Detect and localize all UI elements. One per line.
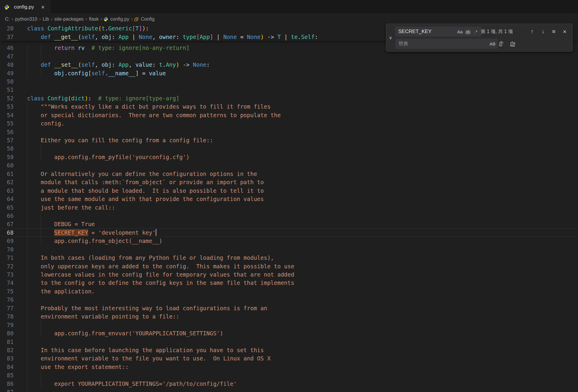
code-line[interactable]: 66 <box>0 212 578 220</box>
line-number: 80 <box>0 330 14 337</box>
code-line[interactable]: 56 <box>0 128 578 136</box>
code-line[interactable]: 59 app.config.from_pyfile('yourconfig.cf… <box>0 153 578 161</box>
editor-code-area[interactable]: 46 return rv # type: ignore[no-any-retur… <box>0 44 578 392</box>
svg-text:c: c <box>500 44 501 46</box>
breadcrumb-item-site-packages[interactable]: site-packages <box>54 17 84 22</box>
code-line[interactable]: 77 Probably the most interesting way to … <box>0 304 578 312</box>
chevron-right-icon: › <box>130 16 134 23</box>
code-line[interactable]: 82 In this case before launching the app… <box>0 346 578 354</box>
code-line[interactable]: 71 In both cases (loading from any Pytho… <box>0 254 578 262</box>
line-number: 77 <box>0 305 14 311</box>
code-line[interactable]: 50 <box>0 77 578 86</box>
code-line[interactable]: 80 app.config.from_envvar('YOURAPPLICATI… <box>0 329 578 337</box>
line-number: 56 <box>0 129 14 135</box>
find-input[interactable] <box>398 28 456 35</box>
code-text: export YOURAPPLICATION_SETTINGS='/path/t… <box>27 380 237 387</box>
code-line[interactable]: 85 <box>0 371 578 379</box>
code-line[interactable]: 73 lowercase values in the config file f… <box>0 270 578 279</box>
breadcrumb-item-lib[interactable]: Lib <box>42 17 49 22</box>
code-text: the application. <box>27 288 95 295</box>
code-line[interactable]: 62 module that calls :meth:`from_object`… <box>0 178 578 186</box>
code-line[interactable]: 78 environment variable pointing to a fi… <box>0 312 578 321</box>
line-number: 84 <box>0 364 14 370</box>
replace-icon: b c <box>498 41 504 47</box>
line-number: 63 <box>0 187 14 194</box>
code-line[interactable]: 84 use the export statement:: <box>0 363 578 371</box>
match-case-toggle[interactable]: Aa <box>456 28 464 35</box>
code-line[interactable]: 87 <box>0 388 578 392</box>
code-line[interactable]: 58 <box>0 144 578 153</box>
python-file-icon <box>4 4 9 10</box>
next-match-button[interactable]: ↓ <box>539 27 548 36</box>
line-number: 78 <box>0 313 14 320</box>
regex-toggle[interactable]: .* <box>472 28 480 35</box>
code-text: def __get__(self, obj: App | None, owner… <box>27 34 318 40</box>
text-cursor <box>156 229 156 236</box>
line-number: 65 <box>0 204 14 211</box>
tab-config-py[interactable]: config.py × <box>0 0 50 14</box>
code-line[interactable]: 86 export YOURAPPLICATION_SETTINGS='/pat… <box>0 380 578 388</box>
indent-guide <box>41 321 41 329</box>
line-number: 62 <box>0 179 14 185</box>
code-line[interactable]: 54 or special dictionaries. There are tw… <box>0 111 578 119</box>
replace-all-button[interactable]: ab ac <box>508 40 517 48</box>
previous-match-button[interactable]: ↑ <box>528 27 537 36</box>
breadcrumb-item-python310[interactable]: python310 <box>14 17 38 22</box>
breadcrumb-item-flask[interactable]: flask <box>88 17 99 22</box>
close-icon[interactable]: × <box>560 27 569 36</box>
indent-guide <box>27 245 27 254</box>
code-line[interactable]: 72 only uppercase keys are added to the … <box>0 262 578 270</box>
close-icon[interactable]: × <box>39 4 46 11</box>
whole-word-toggle[interactable]: ab <box>464 28 472 35</box>
line-number: 85 <box>0 372 14 378</box>
code-line[interactable]: 60 <box>0 161 578 169</box>
indent-guide <box>27 212 27 220</box>
chevron-down-icon: ∨ <box>389 35 392 40</box>
line-number: 20 <box>0 25 14 32</box>
code-line[interactable]: 68 SECRET_KEY = 'development key' <box>0 228 578 237</box>
line-number: 58 <box>0 145 14 152</box>
code-line[interactable]: 47 <box>0 52 578 60</box>
line-number: 50 <box>0 78 14 85</box>
code-line[interactable]: 83 environment variable to the file you … <box>0 354 578 362</box>
breadcrumb-item-config-class[interactable]: Config <box>140 17 155 22</box>
code-line[interactable]: 79 <box>0 321 578 329</box>
breadcrumb-item-config-py[interactable]: config.py <box>110 17 130 22</box>
replace-button[interactable]: b c <box>497 40 506 48</box>
indent-guide <box>41 212 41 220</box>
code-text: config. <box>27 120 64 127</box>
code-line[interactable]: 74 to the config or to define the config… <box>0 279 578 287</box>
find-in-selection-button[interactable]: ≡ <box>549 27 558 36</box>
code-line[interactable]: 51 <box>0 86 578 94</box>
code-line[interactable]: 65 just before the call:: <box>0 203 578 211</box>
chevron-right-icon: › <box>84 16 88 23</box>
code-line[interactable]: 64 use the same module and with that pro… <box>0 195 578 203</box>
line-number: 49 <box>0 70 14 76</box>
code-line[interactable]: 49 obj.config[self.__name__] = value <box>0 69 578 77</box>
code-line[interactable]: 81 <box>0 337 578 346</box>
code-line[interactable]: 48 def __set__(self, obj: App, value: t.… <box>0 61 578 69</box>
line-number: 57 <box>0 137 14 143</box>
code-line[interactable]: 63 a module that should be loaded. It is… <box>0 186 578 195</box>
toggle-replace-button[interactable]: ∨ <box>387 24 394 51</box>
code-line[interactable]: 70 <box>0 245 578 254</box>
code-line[interactable]: 67 DEBUG = True <box>0 220 578 228</box>
replace-input[interactable] <box>398 40 488 47</box>
code-line[interactable]: 53 """Works exactly like a dict but prov… <box>0 102 578 111</box>
line-number: 76 <box>0 296 14 303</box>
code-text: obj.config[self.__name__] = value <box>27 70 166 76</box>
line-number: 48 <box>0 61 14 68</box>
code-text: just before the call:: <box>27 204 115 211</box>
code-line[interactable]: 76 <box>0 295 578 304</box>
code-line[interactable]: 55 config. <box>0 119 578 128</box>
line-number: 52 <box>0 95 14 102</box>
code-line[interactable]: 69 app.config.from_object(__name__) <box>0 237 578 245</box>
code-line[interactable]: 75 the application. <box>0 287 578 295</box>
code-line[interactable]: 52class Config(dict): # type: ignore[typ… <box>0 94 578 102</box>
breadcrumb-item-drive[interactable]: C: <box>4 17 10 22</box>
code-line[interactable]: 61 Or alternatively you can define the c… <box>0 170 578 178</box>
line-number: 54 <box>0 112 14 118</box>
preserve-case-toggle[interactable]: AB <box>488 40 496 48</box>
code-line[interactable]: 57 Either you can fill the config from a… <box>0 136 578 144</box>
line-number: 73 <box>0 271 14 278</box>
